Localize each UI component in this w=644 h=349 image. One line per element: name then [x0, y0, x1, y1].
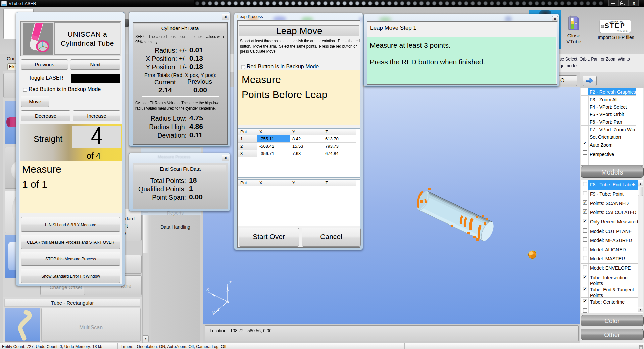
svg-text:Y: Y [212, 310, 215, 316]
svg-text:X: X [206, 286, 209, 292]
svg-text:z: z [229, 280, 232, 285]
